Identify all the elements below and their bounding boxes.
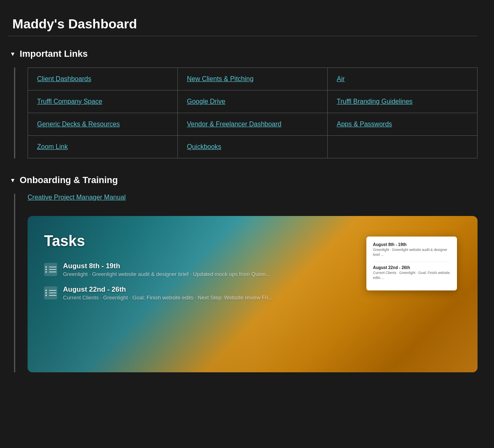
links-cell-1-0: Truffl Company Space — [28, 91, 178, 113]
important-links-title: Important Links — [20, 49, 88, 59]
links-cell-2-1: Vendor & Freelancer Dashboard — [178, 113, 328, 136]
link-1-2[interactable]: Truffl Branding Guidelines — [337, 98, 412, 105]
links-cell-3-1: Quickbooks — [178, 136, 328, 158]
links-cell-0-2: Air — [328, 68, 478, 91]
icon-dot — [45, 266, 47, 268]
onboarding-section: ▼ Onboarding & Training Creative Project… — [8, 175, 478, 372]
icon-line — [49, 267, 56, 267]
link-0-1[interactable]: New Clients & Pitching — [187, 75, 254, 83]
onboarding-toggle[interactable]: ▼ — [10, 177, 16, 183]
links-cell-1-2: Truffl Branding Guidelines — [328, 91, 478, 113]
icon-dot — [45, 292, 47, 294]
tasks-banner: Tasks — [28, 216, 478, 372]
links-cell-3-2 — [328, 136, 478, 158]
icon-line — [49, 295, 56, 296]
link-1-0[interactable]: Truffl Company Space — [37, 98, 102, 105]
task-icon-inner-2 — [45, 290, 56, 296]
preview-item-1: August 8th - 19th Greenlight · Greenligh… — [373, 242, 450, 258]
task-icon-inner-1 — [45, 266, 56, 273]
onboarding-header: ▼ Onboarding & Training — [8, 175, 478, 186]
links-cell-3-0: Zoom Link — [28, 136, 178, 158]
important-links-toggle[interactable]: ▼ — [10, 51, 16, 57]
link-2-0[interactable]: Generic Decks & Resources — [37, 121, 120, 128]
preview-date-2: August 22nd - 26th — [373, 265, 450, 270]
link-3-1[interactable]: Quickbooks — [187, 143, 221, 151]
preview-desc-2: Current Clients · Greenlight · Goal: Fin… — [373, 271, 450, 281]
icon-line — [49, 272, 56, 272]
manual-link[interactable]: Creative Project Manager Manual — [28, 194, 126, 201]
title-divider — [8, 36, 478, 36]
important-links-header: ▼ Important Links — [8, 49, 478, 59]
links-row-3: Zoom LinkQuickbooks — [28, 136, 478, 158]
links-table: Client DashboardsNew Clients & PitchingA… — [28, 67, 478, 158]
link-2-1[interactable]: Vendor & Freelancer Dashboard — [187, 121, 281, 128]
preview-item-2: August 22nd - 26th Current Clients · Gre… — [373, 265, 450, 281]
task-icon-2 — [44, 286, 57, 299]
icon-line — [49, 290, 56, 291]
icon-line — [49, 292, 56, 293]
links-cell-0-1: New Clients & Pitching — [178, 68, 328, 91]
task-icon-1 — [44, 263, 57, 276]
onboarding-title: Onboarding & Training — [20, 175, 118, 186]
links-row-0: Client DashboardsNew Clients & PitchingA… — [28, 68, 478, 91]
links-row-1: Truffl Company SpaceGoogle DriveTruffl B… — [28, 91, 478, 113]
links-row-2: Generic Decks & ResourcesVendor & Freela… — [28, 113, 478, 136]
preview-date-1: August 8th - 19th — [373, 242, 450, 247]
icon-line — [49, 269, 56, 270]
links-cell-2-0: Generic Decks & Resources — [28, 113, 178, 136]
link-2-2[interactable]: Apps & Passwords — [337, 121, 392, 128]
icon-dot — [45, 269, 47, 270]
link-1-1[interactable]: Google Drive — [187, 98, 225, 105]
important-links-section: ▼ Important Links Client DashboardsNew C… — [8, 49, 478, 158]
preview-divider — [373, 262, 450, 262]
preview-desc-1: Greenlight · Greenlight website audit & … — [373, 248, 450, 258]
icon-dot — [45, 271, 47, 273]
links-cell-1-1: Google Drive — [178, 91, 328, 113]
important-links-content: Client DashboardsNew Clients & PitchingA… — [14, 67, 478, 158]
links-cell-2-2: Apps & Passwords — [328, 113, 478, 136]
link-0-2[interactable]: Air — [337, 75, 345, 83]
icon-dot — [45, 290, 47, 291]
task-desc-2: Current Clients · Greenlight · Goal: Fin… — [63, 295, 461, 301]
page-title: Maddy's Dashboard — [8, 16, 478, 32]
onboarding-content: Creative Project Manager Manual Tasks — [14, 194, 478, 372]
links-cell-0-0: Client Dashboards — [28, 68, 178, 91]
link-0-0[interactable]: Client Dashboards — [37, 75, 91, 83]
tasks-preview-card: August 8th - 19th Greenlight · Greenligh… — [366, 237, 457, 290]
icon-dot — [45, 295, 47, 296]
link-3-0[interactable]: Zoom Link — [37, 143, 68, 151]
